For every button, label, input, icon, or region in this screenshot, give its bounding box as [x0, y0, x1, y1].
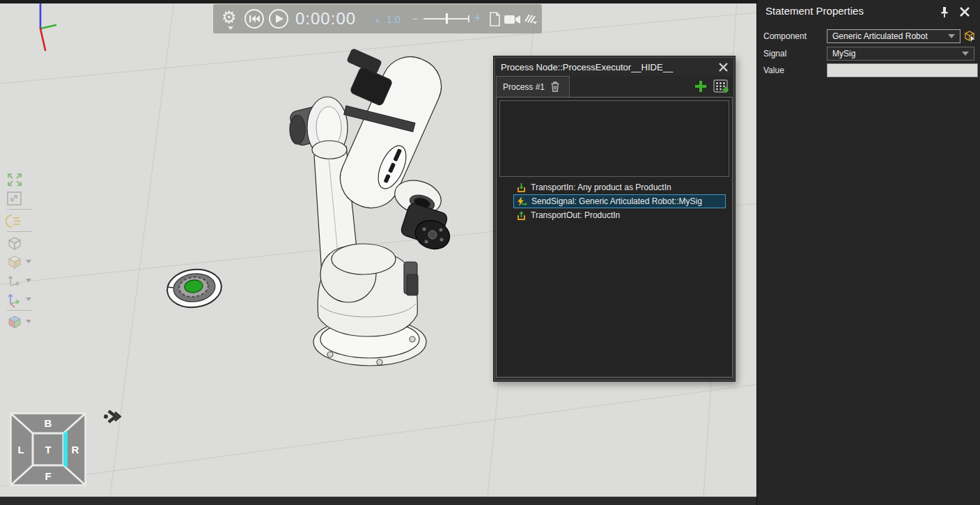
- floor-component[interactable]: [165, 266, 224, 310]
- frame-colored-axes-button[interactable]: [4, 290, 36, 309]
- shaded-cube-button[interactable]: [4, 252, 36, 271]
- render-mode-button[interactable]: [4, 211, 36, 230]
- process-flow-box[interactable]: [499, 100, 729, 177]
- cube-face-front[interactable]: F: [45, 470, 51, 482]
- delete-process-trash-icon[interactable]: [551, 81, 559, 92]
- cube-face-left[interactable]: L: [17, 444, 24, 456]
- origin-cube-button[interactable]: [4, 312, 36, 331]
- cube-face-top[interactable]: T: [45, 444, 51, 456]
- value-input[interactable]: [827, 63, 978, 77]
- robot-model[interactable]: [289, 47, 453, 366]
- transport-out-icon: [516, 210, 527, 221]
- playback-toolbar: ⚙ 0:00:00 x 1.0 − +: [213, 4, 542, 33]
- expand-navigation-chevron[interactable]: [103, 408, 123, 428]
- transport-in-icon: [516, 182, 527, 193]
- process-tab[interactable]: Process #1: [496, 76, 570, 97]
- toolbar-separator: [7, 310, 32, 311]
- statement-row-transport-out[interactable]: TransportOut: ProductIn: [513, 208, 726, 222]
- statement-row-transport-in[interactable]: TransportIn: Any product as ProductIn: [513, 180, 726, 194]
- fit-view-button[interactable]: [4, 170, 36, 189]
- frame-display-button[interactable]: [4, 271, 36, 290]
- signal-value: MySig: [832, 49, 962, 59]
- process-panel-titlebar[interactable]: Process Node::ProcessExecutor__HIDE__: [496, 59, 733, 76]
- application-window: ⚙ 0:00:00 x 1.0 − +: [0, 0, 980, 505]
- world-origin-axes: [40, 4, 56, 50]
- view-toolbar: [4, 170, 36, 331]
- trace-signals-icon[interactable]: [524, 12, 538, 26]
- pin-icon[interactable]: [939, 6, 950, 18]
- view-navigation-cube[interactable]: B L T R F: [10, 412, 86, 489]
- component-label: Component: [763, 31, 827, 41]
- component-picker-icon[interactable]: [963, 29, 977, 43]
- statement-properties-panel: Statement Properties Component Generic A…: [756, 0, 980, 505]
- signal-dropdown[interactable]: MySig: [827, 47, 974, 61]
- speed-increase-button[interactable]: +: [474, 10, 481, 26]
- statement-label: TransportOut: ProductIn: [531, 210, 620, 220]
- play-button[interactable]: [268, 8, 289, 29]
- process-executor-panel: Process Node::ProcessExecutor__HIDE__ Pr…: [493, 56, 736, 382]
- top-edge-strip: [0, 0, 756, 3]
- toolbar-separator: [7, 231, 32, 232]
- export-pdf-icon[interactable]: [489, 12, 501, 26]
- process-tab-label: Process #1: [503, 82, 545, 92]
- speed-multiplier-label: x: [375, 16, 380, 24]
- component-dropdown[interactable]: Generic Articulated Robot: [827, 29, 960, 43]
- chevron-down-icon[interactable]: [26, 320, 31, 323]
- statement-label: TransportIn: Any product as ProductIn: [531, 182, 671, 192]
- properties-title: Statement Properties: [765, 5, 864, 17]
- statement-row-send-signal[interactable]: SendSignal: Generic Articulated Robot::M…: [513, 194, 726, 208]
- properties-titlebar: Statement Properties: [757, 0, 980, 24]
- chevron-down-icon[interactable]: [26, 279, 31, 282]
- process-panel-title: Process Node::ProcessExecutor__HIDE__: [501, 62, 719, 72]
- signal-label: Signal: [763, 49, 827, 59]
- signal-field-row: Signal MySig: [763, 47, 980, 61]
- cube-face-right[interactable]: R: [72, 444, 79, 456]
- wireframe-cube-button[interactable]: [4, 233, 36, 252]
- speed-slider-end-tick: [468, 15, 469, 22]
- add-statement-grid-button[interactable]: [713, 79, 729, 93]
- status-bar: [0, 497, 756, 505]
- reset-rewind-button[interactable]: [244, 8, 265, 29]
- send-signal-icon: [516, 196, 527, 207]
- cube-face-back[interactable]: B: [45, 417, 52, 429]
- simulation-settings-gear-icon[interactable]: ⚙: [221, 7, 237, 29]
- record-video-icon[interactable]: [504, 14, 521, 25]
- toolbar-separator: [7, 209, 32, 210]
- process-tab-bar: Process #1: [496, 76, 733, 97]
- process-statement-area[interactable]: TransportIn: Any product as ProductIn Se…: [496, 97, 733, 378]
- chevron-down-icon[interactable]: [26, 260, 31, 263]
- component-value: Generic Articulated Robot: [832, 31, 948, 41]
- value-field-row: Value: [763, 63, 980, 77]
- chevron-down-icon[interactable]: [26, 297, 31, 301]
- fill-view-button[interactable]: [4, 189, 36, 208]
- close-icon[interactable]: [719, 63, 728, 72]
- speed-slider-handle[interactable]: [446, 13, 448, 24]
- component-field-row: Component Generic Articulated Robot: [763, 29, 980, 43]
- statement-label: SendSignal: Generic Articulated Robot::M…: [531, 196, 702, 206]
- simulation-time-display: 0:00:00: [295, 9, 356, 29]
- gear-dropdown-caret-icon[interactable]: [228, 26, 233, 30]
- chevron-down-icon: [948, 34, 955, 38]
- speed-decrease-button[interactable]: −: [412, 13, 419, 24]
- add-process-button[interactable]: [694, 80, 707, 93]
- speed-value: 1.0: [387, 14, 400, 25]
- close-icon[interactable]: [960, 7, 970, 17]
- cube-highlight-edge[interactable]: [63, 430, 68, 468]
- chevron-down-icon: [962, 52, 969, 56]
- value-label: Value: [763, 65, 827, 75]
- statement-list: TransportIn: Any product as ProductIn Se…: [497, 180, 732, 222]
